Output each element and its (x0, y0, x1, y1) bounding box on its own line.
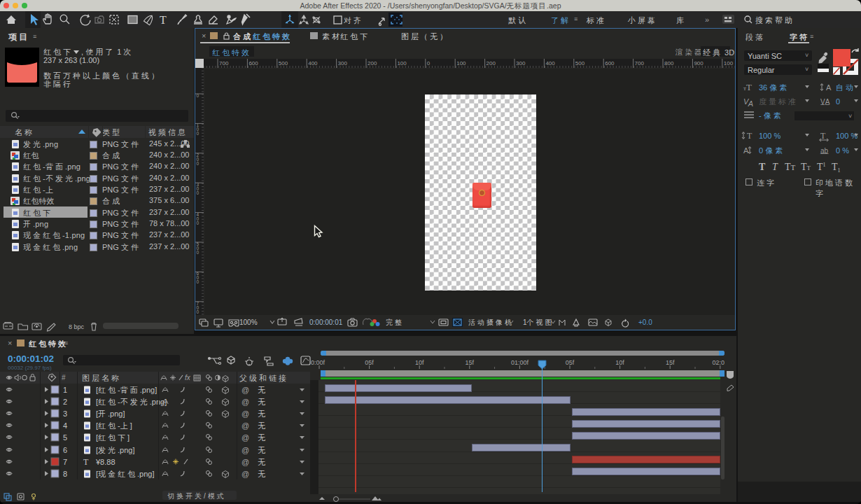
svg-text:TT: TT (801, 162, 811, 172)
svg-text:10f: 10f (615, 359, 624, 366)
svg-text:700: 700 (635, 60, 645, 66)
svg-text:0: 0 (197, 279, 200, 284)
svg-text:400: 400 (545, 60, 555, 66)
svg-text:02:00: 02:00 (713, 359, 724, 366)
svg-text:无: 无 (258, 446, 267, 454)
svg-text:15f: 15f (666, 359, 675, 366)
svg-text:图层名称: 图层名称 (82, 374, 121, 382)
svg-text:@: @ (241, 445, 249, 454)
svg-text:0: 0 (197, 131, 200, 136)
svg-text:700: 700 (219, 60, 229, 66)
svg-text:0: 0 (427, 60, 430, 66)
svg-text:0: 0 (197, 161, 200, 166)
svg-text:0 %: 0 % (836, 146, 849, 155)
svg-text:无: 无 (258, 470, 267, 478)
svg-text:500: 500 (575, 60, 585, 66)
svg-text:#: # (62, 374, 66, 382)
svg-text:自动: 自动 (836, 83, 855, 92)
svg-text:度量标准: 度量标准 (759, 97, 798, 106)
svg-text:2: 2 (63, 398, 67, 406)
svg-text:100 %: 100 % (759, 132, 780, 140)
svg-text:fx: fx (185, 374, 191, 382)
svg-text:T: T (759, 162, 766, 172)
svg-text:[现金红包.png]: [现金红包.png] (96, 469, 155, 477)
svg-text:¥8.88: ¥8.88 (95, 457, 115, 465)
svg-text:05f: 05f (365, 359, 374, 366)
svg-text:@: @ (241, 421, 249, 430)
svg-text:0 像素: 0 像素 (759, 146, 785, 155)
svg-text:[开.png]: [开.png] (96, 410, 125, 418)
svg-text:@: @ (241, 398, 249, 406)
svg-text:无: 无 (258, 421, 267, 430)
svg-text:无: 无 (258, 398, 267, 406)
svg-text:A: A (826, 83, 832, 92)
svg-text:36 像素: 36 像素 (759, 83, 789, 92)
svg-text:- 像素: - 像素 (759, 111, 783, 120)
svg-text:无: 无 (258, 410, 267, 418)
svg-text:[发光.png]: [发光.png] (96, 445, 135, 454)
svg-text:200: 200 (368, 60, 377, 66)
svg-text:15f: 15f (465, 359, 475, 366)
svg-text:0: 0 (197, 220, 200, 225)
svg-text:01:00f: 01:00f (511, 359, 529, 366)
svg-text:100: 100 (456, 60, 466, 66)
svg-text:200: 200 (486, 60, 496, 66)
svg-text:300: 300 (338, 60, 348, 66)
svg-text:900: 900 (694, 60, 704, 66)
svg-text:0: 0 (197, 190, 200, 195)
svg-text:5: 5 (63, 433, 67, 442)
svg-text:100: 100 (724, 60, 734, 66)
svg-text:0:00f: 0:00f (311, 359, 326, 366)
svg-text:500: 500 (279, 60, 288, 66)
svg-text:1: 1 (63, 386, 67, 394)
svg-text:无: 无 (258, 433, 267, 442)
svg-text:T1: T1 (832, 162, 841, 174)
svg-text:8: 8 (63, 469, 67, 477)
svg-text:TT: TT (785, 162, 796, 172)
svg-text:4: 4 (63, 421, 67, 430)
svg-text:T: T (160, 14, 167, 26)
svg-text:100: 100 (397, 60, 407, 66)
svg-text:тT: тT (743, 82, 752, 92)
svg-text:[红包-不发光.png]: [红包-不发光.png] (96, 398, 167, 406)
svg-text:VA: VA (743, 97, 753, 108)
svg-text:05f: 05f (566, 359, 575, 366)
svg-text:8 bpc: 8 bpc (69, 323, 85, 330)
svg-text:600: 600 (605, 60, 615, 66)
svg-text:+0.0: +0.0 (638, 318, 652, 326)
svg-text:600: 600 (248, 60, 258, 66)
svg-text:800: 800 (664, 60, 674, 66)
svg-text:T1: T1 (817, 162, 826, 172)
svg-text:[红包下]: [红包下] (96, 433, 130, 442)
svg-text:T: T (747, 131, 752, 141)
svg-text:˅: ˅ (848, 113, 852, 120)
svg-text:0: 0 (836, 97, 840, 106)
svg-text:100 %: 100 % (836, 132, 858, 140)
svg-text:@: @ (241, 386, 249, 394)
svg-text:10f: 10f (415, 359, 424, 366)
svg-text:7: 7 (63, 457, 67, 465)
svg-text:3: 3 (63, 410, 67, 418)
svg-text:300: 300 (516, 60, 526, 66)
svg-text:T: T (820, 131, 826, 141)
svg-text:100%: 100% (239, 318, 258, 326)
svg-text:[红包-上]: [红包-上] (96, 421, 132, 430)
svg-text:A: A (743, 146, 749, 155)
svg-text:无: 无 (258, 386, 267, 394)
svg-text:[红包-背面.png]: [红包-背面.png] (96, 386, 157, 394)
svg-text:@: @ (241, 410, 249, 418)
svg-text:@: @ (241, 457, 249, 465)
svg-text:0: 0 (197, 309, 200, 314)
svg-text:400: 400 (308, 60, 318, 66)
svg-text:0: 0 (197, 250, 200, 255)
svg-text:无: 无 (258, 458, 267, 466)
svg-text:T: T (772, 162, 778, 172)
svg-text:a̲b̲: a̲b̲ (820, 147, 829, 155)
svg-text:V̲A̲: V̲A̲ (820, 98, 830, 106)
svg-text:@: @ (241, 469, 249, 477)
svg-text:@: @ (241, 433, 249, 442)
svg-text:T: T (83, 457, 89, 467)
svg-text:6: 6 (63, 445, 67, 454)
svg-text:0:00:00:01: 0:00:00:01 (309, 318, 343, 326)
svg-text:父级和链接: 父级和链接 (239, 374, 288, 382)
